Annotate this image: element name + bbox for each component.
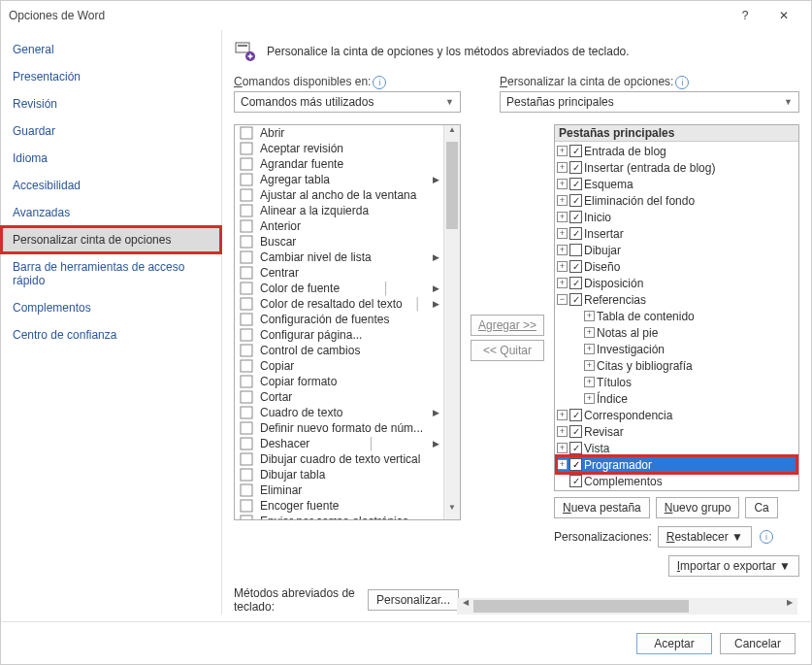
command-item[interactable]: Dibujar cuadro de texto vertical	[235, 451, 443, 467]
expand-toggle[interactable]: +	[557, 426, 568, 437]
new-group-button[interactable]: Nuevo grupo	[656, 497, 740, 518]
nav-item[interactable]: Complementos	[1, 294, 221, 321]
command-item[interactable]: Dibujar tabla	[235, 467, 443, 482]
command-item[interactable]: Copiar formato	[235, 374, 443, 389]
checkbox[interactable]	[569, 244, 582, 256]
expand-toggle[interactable]: +	[557, 261, 568, 272]
close-button[interactable]: ✕	[764, 9, 803, 22]
tree-node[interactable]: +✓ Correspondencia	[557, 407, 796, 423]
checkbox[interactable]: ✓	[569, 475, 582, 487]
command-item[interactable]: Aceptar revisión	[235, 141, 443, 156]
expand-toggle[interactable]: +	[584, 344, 595, 354]
expand-toggle[interactable]: +	[584, 311, 595, 321]
nav-item[interactable]: Personalizar cinta de opciones	[1, 226, 221, 253]
command-item[interactable]: Color de fuente│▶	[235, 281, 443, 296]
expand-toggle[interactable]: +	[584, 360, 595, 371]
tree-node[interactable]: +✓ Revisar	[557, 423, 796, 440]
expand-toggle[interactable]: +	[557, 459, 568, 470]
command-item[interactable]: Encoger fuente	[235, 498, 443, 514]
checkbox[interactable]: ✓	[569, 442, 582, 454]
expand-toggle[interactable]: +	[557, 195, 568, 206]
nav-item[interactable]: Revisión	[1, 90, 221, 117]
nav-item[interactable]: Presentación	[1, 63, 221, 90]
tree-node[interactable]: + Dibujar	[557, 242, 796, 258]
scroll-left-button[interactable]: ◀	[457, 598, 473, 615]
commands-source-select[interactable]: Comandos más utilizados ▼	[234, 91, 461, 113]
checkbox[interactable]: ✓	[569, 458, 582, 471]
scroll-thumb[interactable]	[473, 600, 689, 613]
checkbox[interactable]: ✓	[569, 260, 582, 273]
tree-child-node[interactable]: + Investigación	[557, 341, 796, 357]
expand-toggle[interactable]: +	[557, 146, 568, 156]
expand-toggle[interactable]: +	[557, 443, 568, 453]
nav-item[interactable]: General	[1, 36, 221, 63]
nav-item[interactable]: Avanzadas	[1, 199, 221, 226]
tree-node[interactable]: +✓ Insertar	[557, 225, 796, 242]
scroll-down-button[interactable]: ▼	[444, 503, 460, 519]
cancel-button[interactable]: Cancelar	[720, 633, 796, 654]
checkbox[interactable]: ✓	[569, 425, 582, 438]
command-item[interactable]: Copiar	[235, 358, 443, 374]
checkbox[interactable]: ✓	[569, 227, 582, 240]
command-item[interactable]: Configurar página...	[235, 327, 443, 343]
help-button[interactable]: ?	[726, 9, 764, 22]
checkbox[interactable]: ✓	[569, 277, 582, 289]
ribbon-tree[interactable]: Pestañas principales +✓ Entrada de blog+…	[554, 124, 799, 491]
command-item[interactable]: Cortar	[235, 389, 443, 405]
rename-button[interactable]: Ca	[745, 497, 777, 518]
command-item[interactable]: Anterior	[235, 218, 443, 234]
nav-item[interactable]: Idioma	[1, 145, 221, 172]
command-item[interactable]: Buscar	[235, 234, 443, 249]
nav-item[interactable]: Guardar	[1, 117, 221, 145]
checkbox[interactable]: ✓	[569, 293, 582, 306]
command-item[interactable]: Control de cambios	[235, 343, 443, 358]
checkbox[interactable]: ✓	[569, 178, 582, 190]
expand-toggle[interactable]: −	[557, 294, 568, 305]
tree-node[interactable]: +✓ Insertar (entrada de blog)	[557, 159, 796, 176]
tree-node[interactable]: +✓ Diseño	[557, 258, 796, 275]
command-item[interactable]: Alinear a la izquierda	[235, 203, 443, 218]
info-icon[interactable]: i	[373, 76, 386, 89]
nav-item[interactable]: Accesibilidad	[1, 172, 221, 199]
nav-item[interactable]: Barra de herramientas de acceso rápido	[1, 253, 221, 294]
tree-node[interactable]: +✓ Programador	[557, 456, 796, 473]
command-item[interactable]: Color de resaltado del texto│▶	[235, 296, 443, 312]
tree-child-node[interactable]: + Tabla de contenido	[557, 308, 796, 324]
new-tab-button[interactable]: Nueva pestaña	[554, 497, 650, 518]
import-export-button[interactable]: Importar o exportar ▼	[668, 555, 799, 577]
tree-node[interactable]: +✓ Disposición	[557, 275, 796, 291]
tree-node[interactable]: +✓ Esquema	[557, 176, 796, 192]
ok-button[interactable]: Aceptar	[636, 633, 712, 654]
command-item[interactable]: Agregar tabla▶	[235, 172, 443, 187]
checkbox[interactable]: ✓	[569, 161, 582, 174]
command-item[interactable]: Centrar	[235, 265, 443, 281]
checkbox[interactable]: ✓	[569, 211, 582, 223]
expand-toggle[interactable]: +	[557, 212, 568, 222]
tree-child-node[interactable]: + Índice	[557, 390, 796, 407]
tree-node[interactable]: +✓ Vista	[557, 440, 796, 456]
expand-toggle[interactable]: +	[557, 410, 568, 420]
command-item[interactable]: Cambiar nivel de lista▶	[235, 249, 443, 265]
tree-child-node[interactable]: + Títulos	[557, 374, 796, 390]
expand-toggle[interactable]: +	[584, 393, 595, 404]
horizontal-scrollbar[interactable]: ◀ ▶	[457, 598, 797, 615]
tree-node[interactable]: +✓ Eliminación del fondo	[557, 192, 796, 209]
reset-button[interactable]: Restablecer ▼	[658, 526, 752, 548]
expand-toggle[interactable]: +	[584, 327, 595, 338]
scroll-up-button[interactable]: ▲	[444, 125, 460, 142]
command-item[interactable]: Eliminar	[235, 482, 443, 498]
add-button[interactable]: Agregar >>	[471, 315, 544, 336]
ribbon-tabs-select[interactable]: Pestañas principales ▼	[500, 91, 799, 113]
checkbox[interactable]: ✓	[569, 194, 582, 207]
expand-toggle[interactable]: +	[557, 162, 568, 173]
tree-child-node[interactable]: + Citas y bibliografía	[557, 357, 796, 374]
command-item[interactable]: Abrir	[235, 125, 443, 141]
remove-button[interactable]: << Quitar	[471, 340, 544, 361]
expand-toggle[interactable]: +	[584, 377, 595, 387]
expand-toggle[interactable]: +	[557, 245, 568, 255]
tree-node[interactable]: +✓ Complementos	[557, 473, 796, 489]
command-item[interactable]: Ajustar al ancho de la ventana	[235, 187, 443, 203]
vertical-scrollbar[interactable]: ▲ ▼	[443, 125, 460, 519]
checkbox[interactable]: ✓	[569, 145, 582, 157]
info-icon[interactable]: i	[760, 530, 773, 544]
